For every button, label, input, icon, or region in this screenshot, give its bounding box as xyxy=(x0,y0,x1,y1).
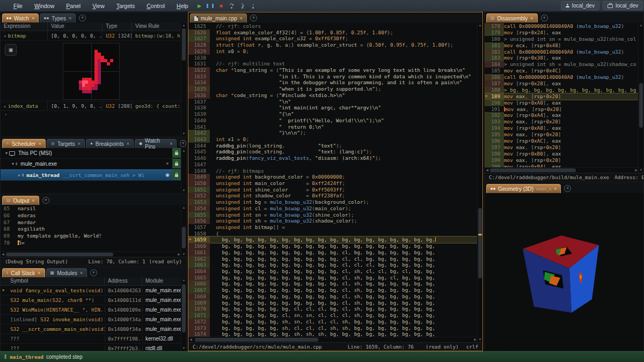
code-line[interactable]: 181mov ecx, [rsp+0x48] xyxy=(485,42,639,49)
code-line[interactable]: 1637 "\n" xyxy=(188,99,478,105)
code-line[interactable]: 1648 //- rjf: bitmaps xyxy=(188,168,478,174)
tab-breakpoints[interactable]: Breakpoints xyxy=(86,139,134,148)
code-line[interactable]: 179mov [rsp+0x24], eax xyxy=(485,29,639,36)
scroll-down-icon[interactable] xyxy=(181,131,186,136)
output-line[interactable]: 66edoras xyxy=(1,212,181,219)
tab-geometry-3d[interactable]: Geometry (3D) index_d xyxy=(486,184,561,193)
callstack-scrollbar[interactable] xyxy=(181,278,186,351)
code-line[interactable]: 185mov ecx, [rsp+0x4C] xyxy=(485,68,639,74)
code-line[interactable]: 1627 unsigned int example_color_u32 = 0x… xyxy=(188,35,478,42)
code-line[interactable]: 1629 int x0 = 0; xyxy=(188,48,478,55)
code-line[interactable]: 193mov eax, [rsp+0x20] xyxy=(485,119,639,125)
close-tab-icon[interactable] xyxy=(554,186,557,191)
code-line[interactable]: 1640 " printf(\"Hello, World!\\n\");\n" xyxy=(188,117,478,124)
user-profile-button[interactable]: local_dev xyxy=(561,1,599,10)
callstack-row[interactable]: S32 mule_main(S32, char8 **)0x14000111dm… xyxy=(1,295,186,305)
expand-preview-button[interactable]: ▣ xyxy=(5,44,17,56)
scroll-left-icon[interactable] xyxy=(485,168,489,173)
menu-view[interactable]: View xyxy=(86,1,111,11)
code-text[interactable]: 1625 //- rjf: colors1626 float example_c… xyxy=(188,23,478,337)
code-line[interactable]: 195mov eax, [rsp+0x20] xyxy=(485,131,639,138)
code-line[interactable]: 187mov [rsp+0x28], eax xyxy=(485,80,639,87)
output-line[interactable]: 67mordor xyxy=(1,219,181,226)
code-line[interactable]: 1667 bg, bg, bg, bg, bg, bg, bg, bg, bg,… xyxy=(188,287,478,293)
code-line[interactable]: 1663 bg, bg, bg, bg, bg, bg, bg, bg, bg,… xyxy=(188,262,478,268)
code-line[interactable]: 197mov eax, [rsp+0x20] xyxy=(485,144,639,151)
output-text[interactable]: 65narsil66edoras67mordor68osgiliath69my … xyxy=(1,205,181,252)
code-line[interactable]: 1631 //- rjf: multiline text xyxy=(188,61,478,67)
close-tab-icon[interactable] xyxy=(78,141,80,146)
scroll-up-icon[interactable] xyxy=(181,205,186,210)
code-line[interactable]: 1625 //- rjf: colors xyxy=(188,23,478,29)
new-tab-button[interactable] xyxy=(42,197,49,204)
code-line[interactable]: 1639 "{\n" xyxy=(188,111,478,117)
code-line[interactable]: 1644 raddbg_pin(long_string, "text"); xyxy=(188,143,478,149)
tab-types[interactable]: Types xyxy=(40,13,76,23)
thread-row[interactable]: main_thread __scrt_common_main_seh > Win… xyxy=(1,169,186,181)
code-line[interactable]: 194mov [rsp+0xA8], eax xyxy=(485,125,639,131)
scroll-left-icon[interactable] xyxy=(1,252,5,257)
disasm-hscrollbar[interactable] xyxy=(485,167,639,173)
new-tab-button[interactable] xyxy=(90,269,97,276)
code-line[interactable]: 1660 bg, bg, bg, bg, bg, bg, bg, bg, bg,… xyxy=(188,243,478,249)
menu-help[interactable]: Help xyxy=(171,1,194,11)
code-line[interactable]: 1662 bg, bg, bg, bg, bg, bg, bg, bg, bg,… xyxy=(188,256,478,262)
tab-watch[interactable]: Watch xyxy=(2,13,39,23)
code-line[interactable]: 1668 bg, bg, bg, bg, bg, bg, bg, bg, bg,… xyxy=(188,293,478,300)
close-tab-icon[interactable] xyxy=(38,270,40,276)
code-line[interactable]: 183mov [rsp+0x38], eax xyxy=(485,55,639,61)
tab-output[interactable]: Output xyxy=(2,196,39,205)
output-scrollbar[interactable] xyxy=(181,205,186,257)
code-line[interactable]: 1641 " return 0;\n" xyxy=(188,124,478,130)
watch-scrollbar[interactable] xyxy=(181,23,186,136)
output-line[interactable]: 65narsil xyxy=(1,205,181,212)
run-icon[interactable] xyxy=(195,2,204,10)
chevron-down-icon[interactable] xyxy=(10,161,16,166)
freeze-cell[interactable] xyxy=(172,170,181,180)
freeze-cell[interactable] xyxy=(172,159,181,168)
callstack-row[interactable]: [inlined] S32 invoke_main(void)0x14000f3… xyxy=(1,315,186,324)
scroll-up-icon[interactable] xyxy=(181,23,186,28)
scroll-down-icon[interactable] xyxy=(478,337,482,342)
menu-window[interactable]: Window xyxy=(28,1,60,11)
code-line[interactable]: 1665 bg, bg, bg, bg, bg, bg, bg, bg, bg,… xyxy=(188,275,478,281)
code-line[interactable]: 196mov [rsp+0xAC], eax xyxy=(485,138,639,144)
watch-row-index-data[interactable]: ▸index_data [0, 1, 9, 9, 8, .. U32 [288]… xyxy=(1,101,186,111)
disassembly-text[interactable]: 178call 0x00000001400040A0 (mule_bswap_u… xyxy=(485,23,639,167)
pause-icon[interactable] xyxy=(206,2,215,10)
step-into-icon[interactable] xyxy=(240,3,244,9)
scroll-up-icon[interactable] xyxy=(478,23,482,28)
code-line[interactable]: 1656 unsigned int sh = mule_bswap_u32(sh… xyxy=(188,218,478,224)
close-tab-icon[interactable] xyxy=(32,16,34,21)
close-tab-icon[interactable] xyxy=(32,198,35,203)
code-line[interactable]: 178call 0x00000001400040A0 (mule_bswap_u… xyxy=(485,23,639,29)
code-line[interactable]: 186call 0x00000001400040A0 (mule_bswap_u… xyxy=(485,74,639,80)
code-line[interactable]: 1628 struct {float r, g, b, a;} example_… xyxy=(188,42,478,48)
code-line[interactable]: 188> bg, bg, bg, bg, bg, bg, bg, bg, bg,… xyxy=(485,87,639,93)
scroll-left-icon[interactable] xyxy=(188,337,193,342)
project-button[interactable]: local_dev xyxy=(603,1,643,10)
close-tab-icon[interactable] xyxy=(530,16,533,21)
callstack-row[interactable]: S32 WinMain(HINSTANCE__ *, HIN..0x140001… xyxy=(1,305,186,315)
code-line[interactable]: 1647 xyxy=(188,161,478,168)
code-line[interactable]: 198mov [rsp+0xB0], eax xyxy=(485,151,639,157)
close-tab-icon[interactable] xyxy=(80,270,83,276)
tab-scheduler[interactable]: Scheduler xyxy=(2,139,46,148)
editor-hscrollbar[interactable] xyxy=(188,337,478,342)
code-line[interactable]: 1670 bg, bg, bg, bg, bg, bg, cl, cl, cl,… xyxy=(188,306,478,312)
code-line[interactable]: 1652 unsigned int shadow_color = 0xff238… xyxy=(188,193,478,199)
freeze-cell[interactable] xyxy=(172,148,181,158)
code-line[interactable]: 1632 char *long_string = ("This is an ex… xyxy=(188,67,478,73)
tab-modules[interactable]: Modules xyxy=(46,268,87,277)
code-line[interactable]: 1669 bg, bg, bg, bg, bg, bg, bg, bg, bg,… xyxy=(188,300,478,306)
close-tab-icon[interactable] xyxy=(39,141,41,146)
code-line[interactable]: 1661 bg, bg, bg, bg, bg, bg, bg, bg, bg,… xyxy=(188,249,478,256)
callstack-row[interactable]: S32 __scrt_common_main_seh(void)0x14000f… xyxy=(1,324,186,334)
stop-icon[interactable] xyxy=(216,2,226,10)
close-tab-icon[interactable] xyxy=(170,141,172,146)
code-line[interactable]: 1634 "in the debugger while programming,… xyxy=(188,79,478,86)
code-line[interactable]: 189➤mov eax, [rsp+0x20] xyxy=(485,93,639,100)
close-tab-icon[interactable] xyxy=(69,16,71,21)
scroll-down-icon[interactable] xyxy=(181,252,186,257)
scroll-down-icon[interactable] xyxy=(181,346,186,351)
